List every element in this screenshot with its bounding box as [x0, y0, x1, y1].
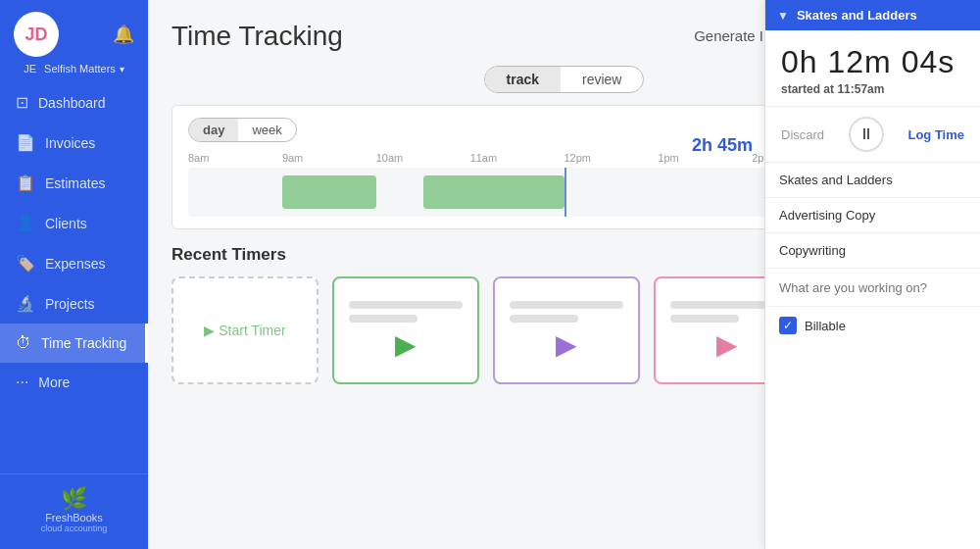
play-icon[interactable]: ▶: [716, 328, 738, 361]
sidebar-item-time-tracking[interactable]: ⏱ Time Tracking: [0, 324, 148, 363]
tab-track[interactable]: track: [485, 67, 561, 92]
log-time-button[interactable]: Log Time: [907, 127, 964, 142]
tab-group: track review: [484, 66, 645, 93]
pause-button[interactable]: ⏸: [849, 117, 884, 152]
sidebar-item-invoices[interactable]: 📄 Invoices: [0, 123, 148, 163]
panel-header: ▼ Skates and Ladders: [765, 0, 980, 30]
logo-text: FreshBooks: [45, 512, 103, 524]
card-line-short: [510, 315, 578, 323]
sidebar-item-label: Dashboard: [38, 95, 106, 111]
panel-input: [765, 269, 980, 307]
discard-button[interactable]: Discard: [781, 127, 824, 142]
play-icon[interactable]: ▶: [395, 328, 416, 361]
play-icon[interactable]: ▶: [556, 328, 577, 361]
list-item-advertising[interactable]: Advertising Copy: [765, 198, 980, 233]
sidebar: JD 🔔 JE Selfish Matters ▾ ⊡ Dashboard 📄 …: [0, 0, 148, 549]
sidebar-item-label: Projects: [45, 296, 95, 312]
sidebar-item-more[interactable]: ··· More: [0, 363, 148, 402]
page-title: Time Tracking: [172, 21, 343, 52]
sidebar-item-label: More: [38, 374, 70, 390]
card-lines: [349, 301, 464, 323]
billable-checkbox[interactable]: ✓: [779, 317, 797, 334]
card-line: [510, 301, 624, 309]
dashboard-icon: ⊡: [16, 93, 28, 112]
timer-started: started at 11:57am: [781, 82, 964, 96]
sidebar-item-estimates[interactable]: 📋 Estimates: [0, 163, 148, 203]
green-timer-card[interactable]: ▶: [332, 276, 479, 384]
user-subtitle: Selfish Matters: [44, 63, 116, 75]
expenses-icon: 🏷️: [16, 254, 35, 273]
logo-sub: cloud accounting: [41, 524, 108, 533]
time-cursor: [564, 168, 566, 217]
freshbooks-logo: 🌿 FreshBooks cloud accounting: [16, 486, 132, 533]
panel-client-name: Skates and Ladders: [797, 8, 917, 23]
time-label-10am: 10am: [376, 152, 470, 164]
timer-minutes: 12m: [827, 44, 891, 79]
sidebar-item-label: Expenses: [45, 256, 105, 272]
invoices-icon: 📄: [16, 133, 35, 152]
sidebar-item-label: Clients: [45, 216, 87, 231]
time-label-8am: 8am: [188, 152, 282, 164]
sidebar-item-expenses[interactable]: 🏷️ Expenses: [0, 243, 148, 283]
estimates-icon: 📋: [16, 174, 35, 192]
list-item-skates[interactable]: Skates and Ladders: [765, 163, 980, 198]
tab-review[interactable]: review: [561, 67, 643, 92]
timer-display: 0h 12m 04s started at 11:57am: [765, 30, 980, 107]
sidebar-item-label: Estimates: [45, 175, 105, 191]
avatar: JD: [14, 12, 59, 57]
timer-big: 0h 12m 04s: [781, 44, 964, 80]
time-block-2: [423, 175, 564, 209]
time-label-12pm: 12pm: [564, 152, 659, 164]
projects-icon: 🔬: [16, 294, 35, 313]
chevron-down-icon: ▾: [120, 64, 124, 75]
purple-timer-card[interactable]: ▶: [493, 276, 640, 384]
sidebar-item-label: Time Tracking: [41, 335, 126, 351]
billable-label: Billable: [805, 319, 846, 333]
panel-billable: ✓ Billable: [765, 307, 980, 344]
start-timer-card[interactable]: ▶ Start Timer: [172, 276, 318, 384]
sidebar-item-dashboard[interactable]: ⊡ Dashboard: [0, 82, 148, 123]
sidebar-item-projects[interactable]: 🔬 Projects: [0, 283, 148, 324]
time-block-1: [282, 175, 376, 209]
sidebar-nav: ⊡ Dashboard 📄 Invoices 📋 Estimates 👤 Cli…: [0, 82, 148, 474]
bell-icon[interactable]: 🔔: [113, 24, 134, 45]
logo-icon: 🌿: [61, 486, 87, 512]
sidebar-bottom: 🌿 FreshBooks cloud accounting: [0, 474, 148, 549]
card-line-short: [670, 315, 739, 323]
timer-actions: Discard ⏸ Log Time: [765, 107, 980, 163]
day-view-button[interactable]: day: [189, 119, 238, 141]
card-line: [349, 301, 464, 309]
right-panel: ▼ Skates and Ladders 0h 12m 04s started …: [764, 0, 980, 549]
time-label-11am: 11am: [470, 152, 564, 164]
user-name: JE: [24, 63, 36, 75]
list-item-copywriting[interactable]: Copywriting: [765, 233, 980, 269]
time-tracking-icon: ⏱: [16, 334, 31, 352]
panel-list: Skates and Ladders Advertising Copy Copy…: [765, 163, 980, 549]
week-view-button[interactable]: week: [238, 119, 295, 141]
panel-chevron-icon[interactable]: ▼: [777, 9, 789, 23]
day-week-toggle: day week: [188, 118, 297, 142]
timer-hours: 0h: [781, 44, 818, 79]
timer-seconds: 04s: [902, 44, 956, 79]
start-timer-label: ▶ Start Timer: [204, 323, 285, 338]
user-info[interactable]: JE Selfish Matters ▾: [0, 61, 148, 82]
time-label-9am: 9am: [282, 152, 376, 164]
main-content: Time Tracking Generate Invoice Start Tim…: [148, 0, 980, 549]
what-working-on-input[interactable]: [779, 280, 966, 295]
sidebar-top: JD 🔔: [0, 0, 148, 61]
more-icon: ···: [16, 374, 28, 391]
started-time: 11:57am: [837, 82, 884, 96]
sidebar-item-clients[interactable]: 👤 Clients: [0, 203, 148, 243]
clients-icon: 👤: [16, 214, 35, 232]
sidebar-item-label: Invoices: [45, 135, 95, 151]
time-label-1pm: 1pm: [658, 152, 752, 164]
card-line-short: [349, 315, 417, 323]
card-lines: [510, 301, 624, 323]
